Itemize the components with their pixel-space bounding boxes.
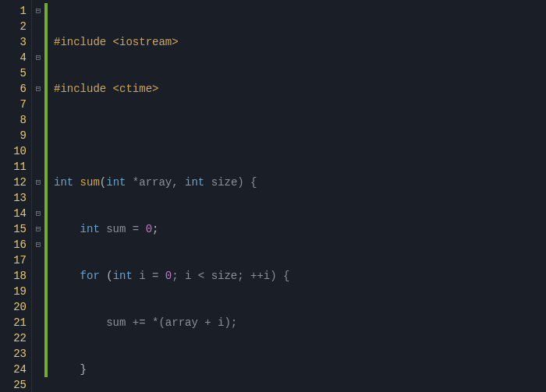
fold-toggle-icon[interactable]: ⊟ [32,175,44,190]
line-number: 8 [0,112,27,128]
line-number: 21 [0,315,27,330]
fold-toggle-icon[interactable]: ⊟ [32,206,44,221]
line-number: 3 [0,34,27,50]
code-line [54,128,546,143]
line-number: 25 [0,377,27,392]
line-number: 1 [0,3,27,19]
code-line: sum += *(array + i); [54,315,546,330]
line-number: 12 [0,175,27,190]
line-number: 5 [0,65,27,81]
line-number: 23 [0,346,27,362]
line-number: 20 [0,299,27,315]
line-number: 11 [0,159,27,175]
fold-gutter: ⊟ ⊟ ⊟ ⊟ ⊟ ⊟ ⊟ [32,0,44,392]
line-number: 19 [0,284,27,299]
code-line: int sum = 0; [54,221,546,237]
line-number: 2 [0,19,27,34]
line-number: 17 [0,253,27,268]
line-number: 14 [0,206,27,221]
code-line: #include <iostream> [54,34,546,50]
line-number: 7 [0,97,27,112]
code-editor[interactable]: 1 2 3 4 5 6 7 8 9 10 11 12 13 14 15 16 1… [0,0,546,392]
code-area[interactable]: #include <iostream> #include <ctime> int… [48,0,546,392]
code-line: } [54,362,546,377]
line-number: 16 [0,237,27,253]
code-line: for (int i = 0; i < size; ++i) { [54,268,546,284]
line-number: 13 [0,190,27,206]
line-number: 10 [0,143,27,159]
line-number: 22 [0,330,27,346]
fold-toggle-icon[interactable]: ⊟ [32,237,44,253]
line-number: 4 [0,50,27,65]
line-number: 15 [0,221,27,237]
code-line: #include <ctime> [54,81,546,97]
code-line: int sum(int *array, int size) { [54,175,546,190]
line-number: 18 [0,268,27,284]
fold-toggle-icon[interactable]: ⊟ [32,3,44,19]
fold-toggle-icon[interactable]: ⊟ [32,81,44,97]
line-number: 24 [0,362,27,377]
line-number: 6 [0,81,27,97]
fold-toggle-icon[interactable]: ⊟ [32,50,44,65]
line-number: 9 [0,128,27,143]
line-number-gutter: 1 2 3 4 5 6 7 8 9 10 11 12 13 14 15 16 1… [0,0,32,392]
fold-toggle-icon[interactable]: ⊟ [32,221,44,237]
